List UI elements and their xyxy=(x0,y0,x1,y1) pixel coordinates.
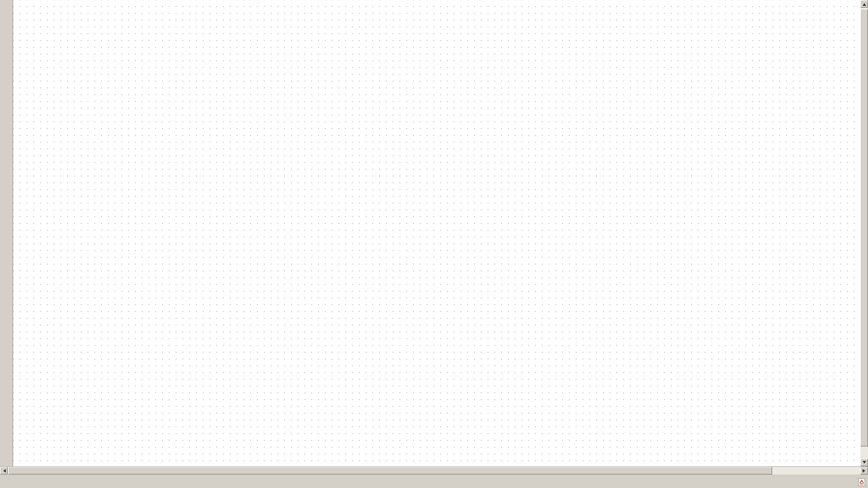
scroll-right-button[interactable] xyxy=(860,467,868,474)
vertical-scrollbar[interactable] xyxy=(860,0,868,466)
horizontal-scroll-thumb[interactable] xyxy=(8,467,772,474)
scroll-left-button[interactable] xyxy=(0,467,8,474)
horizontal-scrollbar[interactable] xyxy=(0,466,868,474)
schematic-canvas[interactable] xyxy=(0,0,860,466)
sheet-tab-bar xyxy=(0,474,868,488)
left-ruler xyxy=(0,0,13,466)
scroll-down-button[interactable] xyxy=(860,459,868,466)
multisim-window xyxy=(0,0,868,488)
sheet-corner-icon[interactable] xyxy=(858,478,867,487)
down-arrow-icon xyxy=(863,461,866,465)
vertical-scroll-thumb[interactable] xyxy=(860,9,868,446)
scroll-up-button[interactable] xyxy=(860,0,868,8)
up-arrow-icon xyxy=(863,1,866,6)
right-arrow-icon xyxy=(863,469,867,473)
left-arrow-icon xyxy=(1,469,6,473)
